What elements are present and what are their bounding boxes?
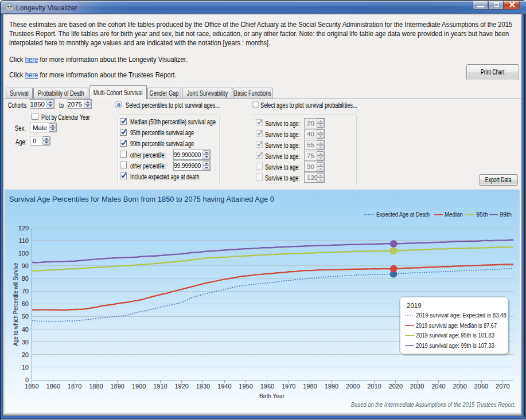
svg-text:1920: 1920 <box>174 383 188 390</box>
svg-text:Survival Age Percentiles for M: Survival Age Percentiles for Males Born … <box>9 195 274 203</box>
svg-text:1990: 1990 <box>325 383 338 390</box>
svg-text:1870: 1870 <box>68 383 81 390</box>
svg-text:1950: 1950 <box>239 383 252 390</box>
svg-text:2000: 2000 <box>346 383 360 390</box>
svg-text:1960: 1960 <box>260 383 274 390</box>
svg-text:2040: 2040 <box>431 383 445 390</box>
svg-text:2020: 2020 <box>389 383 403 390</box>
svg-text:30: 30 <box>22 339 29 346</box>
svg-text:2019 survival age: Expected is: 2019 survival age: Expected is 83.48 <box>416 312 506 319</box>
svg-text:99th: 99th <box>500 211 512 218</box>
svg-text:1890: 1890 <box>110 383 124 390</box>
svg-text:1880: 1880 <box>89 383 103 390</box>
svg-text:1930: 1930 <box>196 383 210 390</box>
svg-text:100: 100 <box>18 250 29 257</box>
svg-text:Age to which Percentile will S: Age to which Percentile will Survive <box>12 263 19 346</box>
svg-text:20: 20 <box>22 351 29 358</box>
svg-text:90: 90 <box>22 262 29 269</box>
svg-text:2019 survival age: Median is 8: 2019 survival age: Median is 87.67 <box>416 322 497 329</box>
svg-text:1860: 1860 <box>46 383 60 390</box>
svg-text:1850: 1850 <box>25 383 38 390</box>
svg-text:1910: 1910 <box>153 383 167 390</box>
svg-text:40: 40 <box>22 326 29 333</box>
svg-text:Expected Age at Death: Expected Age at Death <box>376 211 430 218</box>
svg-text:50: 50 <box>22 313 29 320</box>
svg-text:95th: 95th <box>476 211 488 218</box>
svg-text:2019 survival age: 95th is 101: 2019 survival age: 95th is 101.83 <box>416 332 494 339</box>
svg-text:80: 80 <box>22 275 29 282</box>
svg-text:10: 10 <box>22 364 29 371</box>
svg-text:2060: 2060 <box>474 383 488 390</box>
svg-text:2070: 2070 <box>496 383 509 390</box>
svg-text:1970: 1970 <box>282 383 295 390</box>
svg-text:1900: 1900 <box>132 383 146 390</box>
svg-text:Based on the Intermediate Assu: Based on the Intermediate Assumptions of… <box>351 401 516 408</box>
svg-text:2019: 2019 <box>407 302 422 309</box>
svg-text:Median: Median <box>445 211 463 218</box>
svg-text:1980: 1980 <box>303 383 317 390</box>
svg-text:1940: 1940 <box>217 383 231 390</box>
svg-text:60: 60 <box>22 300 29 307</box>
svg-text:2030: 2030 <box>410 383 424 390</box>
svg-text:2010: 2010 <box>367 383 381 390</box>
svg-text:120: 120 <box>18 225 29 231</box>
svg-text:Birth Year: Birth Year <box>259 392 285 399</box>
svg-text:70: 70 <box>22 288 29 295</box>
svg-text:2050: 2050 <box>453 383 466 390</box>
svg-text:110: 110 <box>18 237 29 244</box>
svg-text:2019 survival age: 99th is 107: 2019 survival age: 99th is 107.33 <box>416 342 494 349</box>
